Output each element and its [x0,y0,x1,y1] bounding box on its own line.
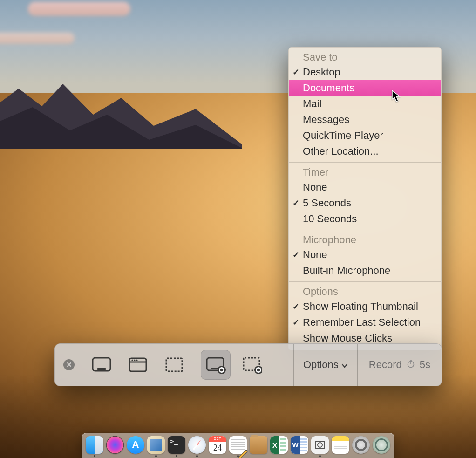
dock-app-terminal[interactable] [168,436,185,457]
safari-icon [188,436,206,454]
record-label: Record [369,359,402,371]
menu-section-options: Options [289,285,441,299]
terminal-icon [168,436,185,454]
svg-point-6 [136,359,137,361]
appstore-icon [127,436,144,454]
screen-icon [91,355,112,374]
menu-item-other-location[interactable]: Other Location... [289,144,441,159]
finder-icon [86,436,103,454]
calendar-icon: OCT 24 [209,436,226,454]
dock: OCT 24 [82,433,394,458]
screenshot-toolbar: ✕ [54,343,442,386]
dock-app-disk[interactable] [373,436,390,457]
menu-section-microphone: Microphone [289,233,441,247]
capture-group [81,350,195,380]
menu-separator [289,162,441,163]
cloud [28,2,130,16]
dock-app-word[interactable] [291,436,308,457]
selection-icon [164,355,184,374]
menu-separator [289,230,441,230]
dock-app-textedit[interactable] [229,436,247,457]
dock-app-screenshot[interactable] [311,436,329,457]
dock-app-notes[interactable] [332,436,349,457]
dock-app-siri[interactable] [106,436,124,457]
capture-entire-screen-button[interactable] [87,350,116,380]
notes-icon [332,436,349,454]
mountains [0,70,242,149]
dock-app-calendar[interactable]: OCT 24 [209,436,226,457]
close-button[interactable]: ✕ [63,359,75,370]
dock-container: OCT 24 [0,433,476,458]
dock-app-appstore[interactable] [127,436,144,457]
excel-icon [270,436,288,454]
screen-record-icon [205,355,226,374]
word-icon [291,436,308,454]
calendar-day: 24 [209,442,226,454]
menu-item-mic-builtin[interactable]: Built-in Microphone [289,263,441,279]
capture-window-button[interactable] [123,350,153,380]
record-button[interactable]: Record 5s [357,344,442,386]
dock-app-excel[interactable] [270,436,288,457]
svg-rect-1 [97,368,106,370]
svg-rect-7 [166,358,182,371]
menu-item-floating-thumb[interactable]: Show Floating Thumbnail [289,299,441,314]
svg-point-14 [257,369,260,371]
menu-section-timer: Timer [289,165,441,179]
svg-point-11 [220,369,223,371]
record-entire-screen-button[interactable] [201,350,231,380]
options-label: Options [303,359,339,371]
menu-item-quicktime[interactable]: QuickTime Player [289,128,441,144]
menu-item-mic-none[interactable]: None [289,247,441,263]
textedit-icon [229,436,247,454]
capture-selection-button[interactable] [159,350,189,380]
menu-item-timer-10s[interactable]: 10 Seconds [289,211,441,227]
menu-section-save-to: Save to [289,50,441,64]
record-group [195,350,272,380]
menu-item-messages[interactable]: Messages [289,112,441,128]
dock-app-preview[interactable] [147,436,165,457]
dock-app-safari[interactable] [188,436,206,457]
menu-item-documents[interactable]: Documents [289,80,441,96]
disk-icon [373,436,390,454]
chevron-down-icon [341,359,348,371]
options-button[interactable]: Options [293,344,357,386]
selection-record-icon [242,355,262,374]
siri-icon [106,436,124,454]
dock-app-settings[interactable] [352,436,370,457]
cloud [0,33,75,44]
record-timer-value: 5s [420,359,430,371]
menu-item-timer-none[interactable]: None [289,179,441,195]
screenshot-app-icon [311,436,329,454]
dock-app-folder[interactable] [250,436,267,457]
svg-point-4 [131,359,133,361]
preview-icon [147,436,165,454]
calendar-month: OCT [209,436,226,442]
dock-app-finder[interactable] [86,436,103,457]
svg-point-5 [134,359,135,361]
gear-icon [352,436,370,454]
menu-item-timer-5s[interactable]: 5 Seconds [289,195,441,211]
menu-separator [289,281,441,282]
record-selection-button[interactable] [237,350,267,380]
menu-item-remember-selection[interactable]: Remember Last Selection [289,314,441,330]
menu-item-desktop[interactable]: Desktop [289,64,441,80]
folder-icon [250,436,267,454]
window-icon [128,355,148,374]
options-menu: Save to Desktop Documents Mail Messages … [288,47,442,350]
menu-item-mail[interactable]: Mail [289,96,441,112]
timer-icon [407,359,415,371]
